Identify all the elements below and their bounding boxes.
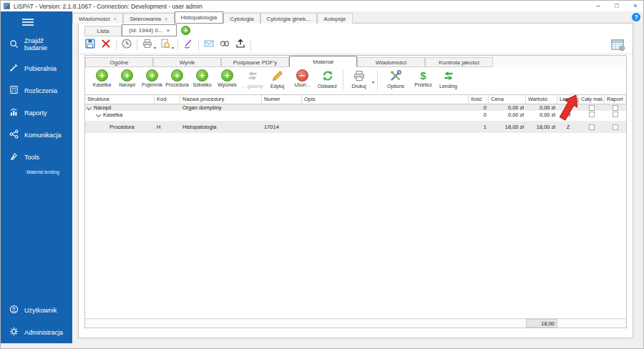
checkbox[interactable] xyxy=(589,112,595,117)
dollar-icon: $ xyxy=(420,69,426,82)
minimize-button[interactable]: – xyxy=(589,1,608,11)
expander-icon[interactable] xyxy=(87,105,92,110)
tab-material[interactable]: Materiał xyxy=(289,56,357,67)
new-tab-button[interactable]: + xyxy=(181,26,190,35)
maximize-button[interactable]: □ xyxy=(608,1,626,11)
tab-kontrola-jakosci[interactable]: Kontrola jakości xyxy=(425,57,493,67)
refresh-button[interactable]: Odśwież xyxy=(315,69,340,89)
tab-ogolne[interactable]: Ogólne xyxy=(85,57,153,67)
sign-button[interactable] xyxy=(180,38,196,52)
tab-wiadomosci-detail[interactable]: Wiadomości xyxy=(357,57,425,67)
add-icon: + xyxy=(171,69,183,82)
column-header-struktura[interactable]: Struktura xyxy=(85,95,155,104)
delete-icon xyxy=(100,38,112,52)
content-panel: Lista (Id: 1944) 0...× + ▾ ▾ xyxy=(78,23,633,338)
table-summary-row: 18,00 xyxy=(85,318,626,328)
preview-button[interactable] xyxy=(157,38,173,52)
tab-histopatologia[interactable]: Histopatologia xyxy=(175,11,224,24)
lending-arrows-icon xyxy=(442,69,455,83)
checkbox[interactable] xyxy=(613,112,618,117)
checkbox[interactable] xyxy=(589,105,595,111)
column-header-wartosc[interactable]: Wartość xyxy=(526,95,557,104)
menu-icon[interactable] xyxy=(1,11,72,31)
dropdown-caret-icon[interactable]: ▾ xyxy=(172,45,174,50)
lending-button[interactable]: Lending xyxy=(436,69,461,89)
checkbox[interactable] xyxy=(613,105,618,111)
sidebar-item-administracja[interactable]: Administracja xyxy=(1,321,72,343)
table-row[interactable]: Narzęd Organ domyślny 0 0,00 zł 0,00 zł xyxy=(85,104,626,111)
share-icon xyxy=(9,129,19,140)
print-material-button[interactable]: Drukuj xyxy=(346,69,371,89)
sidebar-item-raporty[interactable]: Raporty xyxy=(1,102,72,124)
sidebar-item-pobieralnia[interactable]: Pobieralnia xyxy=(1,57,72,79)
add-wycinek-button[interactable]: +Wycinek xyxy=(215,69,240,87)
close-button[interactable]: × xyxy=(626,1,644,11)
checkbox[interactable] xyxy=(589,124,595,130)
table-row[interactable]: Kasetka 0 0,00 zł 0,00 zł W xyxy=(85,111,626,118)
tab-cytologia[interactable]: Cytologia xyxy=(223,13,260,24)
delete-button[interactable] xyxy=(98,38,114,52)
recalculate-button[interactable]: $Przelicz xyxy=(411,69,436,87)
add-pojemnik-button[interactable]: +Pojemnik xyxy=(140,69,165,87)
column-header-nazwa-procedury[interactable]: Nazwa procedury xyxy=(180,95,262,104)
sidebar-item-znajdz-badanie[interactable]: Znajdź badanie xyxy=(1,31,72,57)
column-header-cena[interactable]: Cena xyxy=(489,95,526,104)
close-icon[interactable]: × xyxy=(165,16,168,22)
window-title: LISPAT - Version: 2.1.8.1067 - Connectio… xyxy=(14,3,203,10)
column-header-lending[interactable]: Lending xyxy=(557,95,579,104)
remove-button[interactable]: −Usuń... xyxy=(290,69,315,87)
add-procedura-button[interactable]: +Procedura xyxy=(165,69,190,87)
sidebar-item-komunikacja[interactable]: Komunikacja xyxy=(1,124,72,146)
expander-icon[interactable] xyxy=(96,112,101,117)
print-button[interactable] xyxy=(140,38,155,52)
sidebar-item-tools[interactable]: Tools xyxy=(1,146,72,168)
sidebar-item-uzytkownik[interactable]: Użytkownik xyxy=(1,299,72,321)
column-header-opis[interactable]: Opis xyxy=(302,95,469,104)
column-header-ilosc[interactable]: Ilość xyxy=(469,95,489,104)
add-icon: + xyxy=(121,69,133,82)
separator xyxy=(377,70,378,92)
history-button[interactable] xyxy=(119,38,135,52)
envelope-icon xyxy=(203,38,215,52)
close-icon[interactable]: × xyxy=(167,27,170,34)
sidebar-item-material-lending[interactable]: Material lending xyxy=(1,168,72,180)
dropdown-caret-icon[interactable]: ▾ xyxy=(154,45,156,50)
edit-pencil-icon xyxy=(271,69,284,83)
save-button[interactable] xyxy=(82,38,98,52)
column-header-numer[interactable]: Numer xyxy=(262,95,302,104)
gear-icon xyxy=(9,327,19,338)
close-icon[interactable]: × xyxy=(114,16,117,22)
tab-podpisane-pdfy[interactable]: Podpisane PDF'y xyxy=(221,57,289,67)
checkbox[interactable] xyxy=(613,124,618,130)
tab-wynik[interactable]: Wynik xyxy=(153,57,221,67)
column-header-caly-material[interactable]: Cały mat... xyxy=(579,95,605,104)
tab-lista[interactable]: Lista xyxy=(84,26,122,36)
document-tab-bar: Lista (Id: 1944) 0...× + xyxy=(84,24,633,36)
grid-settings-button[interactable] xyxy=(611,39,625,51)
table-row[interactable]: Procedura H Histopatologia 17014 1 18,00… xyxy=(85,121,626,133)
separator xyxy=(177,39,178,51)
link-button[interactable] xyxy=(217,38,233,52)
tab-autopsje[interactable]: Autopsje xyxy=(317,13,353,24)
help-button[interactable]: ? xyxy=(632,13,640,21)
tab-wiadomosci[interactable]: Wiadomości× xyxy=(72,13,123,24)
tab-cytologia-ginek[interactable]: Cytologia ginek... xyxy=(260,13,317,24)
table-gear-icon xyxy=(611,41,625,54)
column-header-kod[interactable]: Kod xyxy=(155,95,180,104)
add-kasetka-button[interactable]: +Kasetka xyxy=(89,69,114,87)
toolbar-main: ▾ ▾ xyxy=(79,36,633,54)
signature-pencil-icon xyxy=(182,38,194,52)
mail-button[interactable] xyxy=(201,38,217,52)
dropdown-caret-icon[interactable]: ▾ xyxy=(372,79,374,84)
add-narzad-button[interactable]: +Narzęd xyxy=(114,69,140,87)
sidebar-item-rozliczenia[interactable]: Rozliczenia xyxy=(1,79,72,102)
tab-id-1944[interactable]: (Id: 1944) 0...× xyxy=(122,24,177,36)
tab-skierowania[interactable]: Skierowania× xyxy=(123,13,174,24)
app-icon xyxy=(4,3,10,9)
column-header-raport[interactable]: Raport xyxy=(605,95,626,104)
export-button[interactable] xyxy=(233,38,248,52)
separator xyxy=(116,39,117,51)
add-szkielko-button[interactable]: +Szkiełko xyxy=(190,69,215,87)
options-button[interactable]: Options xyxy=(381,69,411,89)
edit-button[interactable]: Edytuj xyxy=(265,69,290,89)
